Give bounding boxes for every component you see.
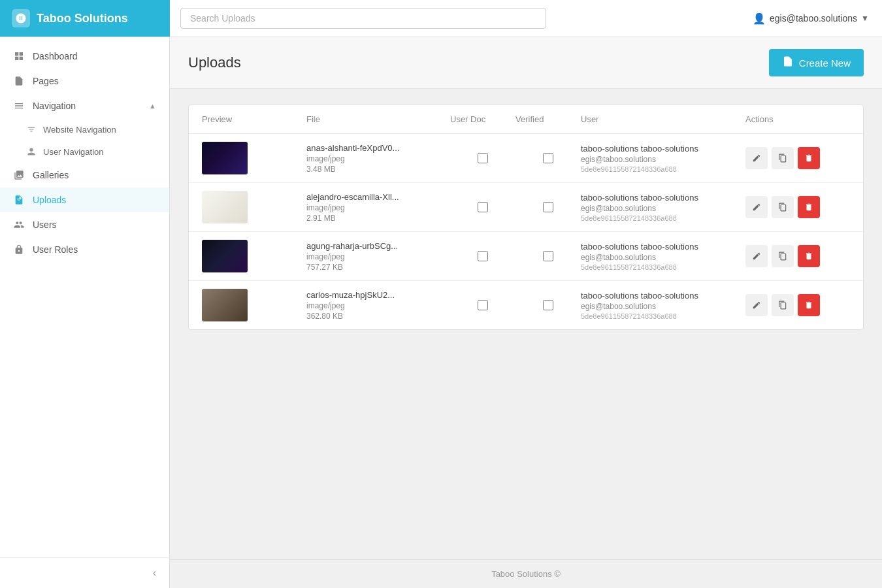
user-roles-icon xyxy=(13,244,25,255)
svg-rect-2 xyxy=(15,57,18,60)
sidebar-sub-navigation: Website Navigation User Navigation xyxy=(0,118,169,163)
file-info-2: alejandro-escamilla-Xll... image/jpeg 2.… xyxy=(306,192,450,223)
verified-checkbox-3[interactable] xyxy=(515,251,581,261)
sidebar-item-pages-label: Pages xyxy=(33,76,156,86)
verified-checkbox-1[interactable] xyxy=(515,153,581,163)
user-email-4: egis@taboo.solutions xyxy=(581,302,745,311)
galleries-icon xyxy=(13,169,25,181)
file-type-3: image/jpeg xyxy=(306,252,450,261)
verified-input-1[interactable] xyxy=(543,153,553,163)
chevron-down-icon: ▼ xyxy=(861,14,869,23)
verified-input-4[interactable] xyxy=(543,300,553,310)
svg-rect-0 xyxy=(15,52,18,56)
edit-button-3[interactable] xyxy=(745,245,768,267)
user-email-1: egis@taboo.solutions xyxy=(581,155,745,164)
sidebar-item-navigation[interactable]: Navigation ▲ xyxy=(0,93,169,118)
user-doc-input-3[interactable] xyxy=(478,251,488,261)
delete-button-2[interactable] xyxy=(798,196,820,218)
topbar: Taboo Solutions 👤 egis@taboo.solutions ▼ xyxy=(0,0,882,37)
sidebar: Dashboard Pages Navigation ▲ xyxy=(0,37,170,588)
preview-thumbnail-1 xyxy=(202,142,248,174)
copy-button-4[interactable] xyxy=(772,294,794,316)
verified-checkbox-2[interactable] xyxy=(515,202,581,212)
search-bar xyxy=(170,8,740,29)
sidebar-item-uploads[interactable]: Uploads xyxy=(0,188,169,212)
page-title: Uploads xyxy=(188,54,241,71)
user-info-1: taboo-solutions taboo-solutions egis@tab… xyxy=(581,144,745,173)
sidebar-item-users[interactable]: Users xyxy=(0,212,169,237)
actions-cell-3 xyxy=(745,245,850,267)
file-type-4: image/jpeg xyxy=(306,301,450,310)
delete-button-1[interactable] xyxy=(798,147,820,169)
copy-button-3[interactable] xyxy=(772,245,794,267)
chevron-up-icon: ▲ xyxy=(149,102,156,110)
preview-thumbnail-3 xyxy=(202,240,248,272)
layout: Dashboard Pages Navigation ▲ xyxy=(0,37,882,588)
users-icon xyxy=(13,219,25,231)
table-row: anas-alshanti-feXpdV0... image/jpeg 3.48… xyxy=(189,134,863,183)
verified-input-2[interactable] xyxy=(543,202,553,212)
user-doc-checkbox-1[interactable] xyxy=(450,153,515,163)
user-doc-input-2[interactable] xyxy=(478,202,488,212)
user-id-1: 5de8e961155872148336a688 xyxy=(581,165,745,173)
create-button-label: Create New xyxy=(799,57,851,69)
verified-input-3[interactable] xyxy=(543,251,553,261)
footer-text: Taboo Solutions © xyxy=(491,569,561,579)
file-size-1: 3.48 MB xyxy=(306,165,450,174)
sidebar-collapse-button[interactable]: ‹ xyxy=(0,557,169,588)
user-doc-input-4[interactable] xyxy=(478,300,488,310)
table-body: anas-alshanti-feXpdV0... image/jpeg 3.48… xyxy=(189,134,863,329)
sidebar-item-website-navigation-label: Website Navigation xyxy=(43,125,116,135)
verified-checkbox-4[interactable] xyxy=(515,300,581,310)
copy-button-1[interactable] xyxy=(772,147,794,169)
user-menu[interactable]: 👤 egis@taboo.solutions ▼ xyxy=(740,12,882,25)
uploads-icon xyxy=(13,194,25,206)
search-input[interactable] xyxy=(180,8,546,29)
file-info-3: agung-raharja-urbSCg... image/jpeg 757.2… xyxy=(306,241,450,272)
gear-icon xyxy=(15,12,27,24)
user-info-3: taboo-solutions taboo-solutions egis@tab… xyxy=(581,242,745,271)
sidebar-item-user-navigation[interactable]: User Navigation xyxy=(0,140,169,163)
file-name-2: alejandro-escamilla-Xll... xyxy=(306,192,450,202)
file-type-2: image/jpeg xyxy=(306,203,450,212)
user-email: egis@taboo.solutions xyxy=(770,13,857,24)
user-org-1: taboo-solutions taboo-solutions xyxy=(581,144,745,154)
file-size-3: 757.27 KB xyxy=(306,263,450,272)
sidebar-item-galleries-label: Galleries xyxy=(33,170,156,180)
user-doc-input-1[interactable] xyxy=(478,153,488,163)
sidebar-item-navigation-label: Navigation xyxy=(33,101,141,111)
sidebar-item-dashboard-label: Dashboard xyxy=(33,51,156,61)
table-header: Preview File User Doc Verified User Acti… xyxy=(189,105,863,134)
delete-button-4[interactable] xyxy=(798,294,820,316)
website-nav-icon xyxy=(26,124,37,135)
user-org-4: taboo-solutions taboo-solutions xyxy=(581,291,745,301)
user-doc-checkbox-3[interactable] xyxy=(450,251,515,261)
sidebar-item-uploads-label: Uploads xyxy=(33,195,156,205)
sidebar-item-users-label: Users xyxy=(33,220,156,230)
preview-thumbnail-4 xyxy=(202,289,248,321)
delete-button-3[interactable] xyxy=(798,245,820,267)
sidebar-item-website-navigation[interactable]: Website Navigation xyxy=(0,118,169,140)
edit-button-1[interactable] xyxy=(745,147,768,169)
file-size-4: 362.80 KB xyxy=(306,312,450,321)
user-doc-checkbox-2[interactable] xyxy=(450,202,515,212)
sidebar-item-user-navigation-label: User Navigation xyxy=(43,147,104,157)
copy-button-2[interactable] xyxy=(772,196,794,218)
create-icon xyxy=(782,56,794,70)
sidebar-item-pages[interactable]: Pages xyxy=(0,69,169,93)
sidebar-item-galleries[interactable]: Galleries xyxy=(0,163,169,188)
main-content: Preview File User Doc Verified User Acti… xyxy=(170,89,882,559)
col-user-doc: User Doc xyxy=(450,114,515,124)
brand-name: Taboo Solutions xyxy=(37,12,128,25)
user-doc-checkbox-4[interactable] xyxy=(450,300,515,310)
user-id-3: 5de8e961155872148336a688 xyxy=(581,263,745,271)
edit-button-4[interactable] xyxy=(745,294,768,316)
sidebar-item-user-roles[interactable]: User Roles xyxy=(0,237,169,262)
file-name-1: anas-alshanti-feXpdV0... xyxy=(306,143,450,153)
sidebar-item-dashboard[interactable]: Dashboard xyxy=(0,44,169,69)
sidebar-item-user-roles-label: User Roles xyxy=(33,244,156,255)
create-new-button[interactable]: Create New xyxy=(769,49,864,76)
uploads-table: Preview File User Doc Verified User Acti… xyxy=(188,105,864,330)
edit-button-2[interactable] xyxy=(745,196,768,218)
col-file: File xyxy=(306,114,450,124)
